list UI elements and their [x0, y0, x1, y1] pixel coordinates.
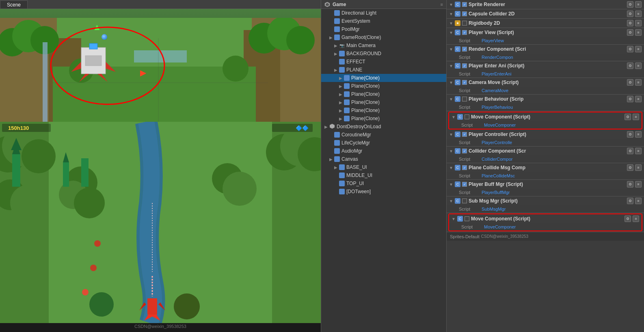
component-settings-btn-4[interactable]: ⚙	[627, 46, 633, 52]
component-name-4: Render Component (Scri	[469, 46, 625, 52]
component-settings-btn-5[interactable]: ⚙	[627, 63, 633, 69]
component-settings-btn-7[interactable]: ⚙	[627, 96, 633, 102]
component-header-0[interactable]: ▼C✓Sprite Renderer⚙≡	[447, 0, 644, 9]
component-header-9[interactable]: ▼C✓Player Controller (Script)⚙≡	[447, 130, 644, 139]
component-checkbox-13[interactable]	[462, 198, 467, 203]
component-header-2[interactable]: ▼★Rigidbody 2D⚙≡	[447, 19, 644, 28]
component-checkbox-8[interactable]	[465, 114, 469, 119]
component-menu-btn-1[interactable]: ≡	[635, 11, 642, 17]
component-settings-btn-11[interactable]: ⚙	[627, 164, 633, 171]
scene-tab[interactable]: Scene	[0, 0, 28, 9]
component-header-3[interactable]: ▼C✓Player View (Script)⚙≡	[447, 28, 644, 37]
hierarchy-item-7[interactable]: ▶PLANE	[321, 66, 446, 74]
component-row-5-0: ScriptPlayerEnterAni	[447, 70, 644, 78]
component-settings-btn-14[interactable]: ⚙	[625, 216, 631, 222]
hierarchy-arrow-9: ▶	[339, 84, 344, 88]
hierarchy-item-16[interactable]: LifeCycleMgr	[321, 139, 446, 147]
component-menu-btn-7[interactable]: ≡	[635, 96, 642, 102]
component-menu-btn-8[interactable]: ≡	[633, 114, 639, 120]
row-label-9-0: Script	[459, 140, 479, 145]
component-header-14[interactable]: ▼CMove Component (Script)⚙≡	[449, 214, 642, 223]
component-collapse-arrow-3: ▼	[449, 30, 453, 35]
hierarchy-item-22[interactable]: [DOTween]	[321, 188, 446, 196]
hierarchy-item-20[interactable]: MIDDLE_UI	[321, 171, 446, 179]
component-header-6[interactable]: ▼C✓Camera Move (Script)⚙≡	[447, 78, 644, 87]
component-checkbox-14[interactable]	[465, 216, 469, 221]
component-menu-btn-0[interactable]: ≡	[635, 1, 642, 8]
component-checkbox-3[interactable]: ✓	[462, 30, 467, 35]
component-menu-btn-12[interactable]: ≡	[635, 181, 642, 188]
component-settings-btn-0[interactable]: ⚙	[627, 1, 633, 8]
component-header-4[interactable]: ▼C✓Render Component (Scri⚙≡	[447, 45, 644, 54]
component-settings-btn-3[interactable]: ⚙	[627, 29, 633, 36]
component-header-8[interactable]: ▼CMove Component (Script)⚙≡	[449, 112, 642, 121]
component-checkbox-0[interactable]: ✓	[462, 2, 467, 7]
component-settings-btn-9[interactable]: ⚙	[627, 131, 633, 138]
hierarchy-item-11[interactable]: ▶Plane(Clone)	[321, 98, 446, 106]
hierarchy-item-4[interactable]: ▶📷Main Camera	[321, 41, 446, 50]
component-checkbox-9[interactable]: ✓	[462, 132, 467, 137]
hierarchy-icon-22	[339, 189, 345, 194]
hierarchy-item-21[interactable]: TOP_UI	[321, 179, 446, 188]
component-menu-btn-10[interactable]: ≡	[635, 148, 642, 154]
component-menu-btn-14[interactable]: ≡	[633, 216, 639, 222]
component-name-6: Camera Move (Script)	[469, 80, 625, 85]
hierarchy-icon-2	[334, 26, 340, 32]
component-checkbox-2[interactable]	[462, 21, 467, 26]
hierarchy-item-3[interactable]: ▶GameRoot(Clone)	[321, 33, 446, 41]
component-header-5[interactable]: ▼C✓Player Enter Ani (Script)⚙≡	[447, 61, 644, 70]
component-header-13[interactable]: ▼CSub Msg Mgr (Script)⚙≡	[447, 196, 644, 205]
component-settings-btn-12[interactable]: ⚙	[627, 181, 633, 188]
component-menu-btn-11[interactable]: ≡	[635, 164, 642, 171]
component-menu-btn-4[interactable]: ≡	[635, 46, 642, 52]
component-settings-btn-2[interactable]: ⚙	[627, 20, 633, 26]
component-checkbox-7[interactable]	[462, 97, 467, 101]
hierarchy-item-14[interactable]: ▶DontDestroyOnLoad	[321, 123, 446, 131]
hierarchy-item-13[interactable]: ▶Plane(Clone)	[321, 114, 446, 123]
component-settings-btn-10[interactable]: ⚙	[627, 148, 633, 154]
hierarchy-item-2[interactable]: PoolMgr	[321, 25, 446, 33]
component-settings-btn-1[interactable]: ⚙	[627, 11, 633, 17]
component-checkbox-12[interactable]: ✓	[462, 182, 467, 187]
component-header-12[interactable]: ▼C✓Player Buff Mgr (Script)⚙≡	[447, 180, 644, 189]
hierarchy-icon-9	[344, 83, 350, 89]
component-header-1[interactable]: ▼C✓Capsule Collider 2D⚙≡	[447, 9, 644, 18]
hierarchy-item-19[interactable]: ▶BASE_UI	[321, 163, 446, 171]
hierarchy-icon-3	[334, 34, 340, 40]
component-checkbox-10[interactable]: ✓	[462, 149, 467, 153]
component-checkbox-4[interactable]: ✓	[462, 47, 467, 52]
component-menu-btn-2[interactable]: ≡	[635, 20, 642, 26]
component-checkbox-11[interactable]: ✓	[462, 165, 467, 170]
hierarchy-item-8[interactable]: ▶Plane(Clone)	[321, 74, 446, 82]
component-settings-btn-6[interactable]: ⚙	[627, 79, 633, 86]
row-value-3-0: PlayerView	[482, 38, 504, 43]
hierarchy-item-9[interactable]: ▶Plane(Clone)	[321, 82, 446, 90]
component-menu-btn-3[interactable]: ≡	[635, 29, 642, 36]
hierarchy-arrow-10: ▶	[339, 92, 344, 97]
hierarchy-item-1[interactable]: EventSystem	[321, 17, 446, 25]
hierarchy-item-17[interactable]: AudioMgr	[321, 147, 446, 155]
hierarchy-item-18[interactable]: ▶Canvas	[321, 155, 446, 163]
component-checkbox-5[interactable]: ✓	[462, 63, 467, 68]
hierarchy-menu-icon[interactable]: ≡	[441, 2, 443, 7]
component-menu-btn-5[interactable]: ≡	[635, 63, 642, 69]
hierarchy-item-12[interactable]: ▶Plane(Clone)	[321, 106, 446, 114]
component-menu-btn-13[interactable]: ≡	[635, 198, 642, 204]
hierarchy-item-0[interactable]: Directional Light	[321, 9, 446, 17]
hierarchy-item-5[interactable]: ▶BACKGROUND	[321, 50, 446, 58]
row-value-7-0: PlayerBehaviou	[482, 105, 513, 110]
component-menu-btn-9[interactable]: ≡	[635, 131, 642, 138]
component-header-10[interactable]: ▼C✓Collider Component (Scr⚙≡	[447, 147, 644, 155]
component-checkbox-1[interactable]: ✓	[462, 11, 467, 16]
component-menu-btn-6[interactable]: ≡	[635, 79, 642, 86]
component-collapse-arrow-4: ▼	[449, 47, 453, 52]
component-header-11[interactable]: ▼C✓Plane Collide Msg Comp⚙≡	[447, 163, 644, 172]
component-settings-btn-8[interactable]: ⚙	[625, 114, 631, 120]
hierarchy-item-10[interactable]: ▶Plane(Clone)	[321, 90, 446, 98]
component-settings-btn-13[interactable]: ⚙	[627, 198, 633, 204]
component-checkbox-6[interactable]: ✓	[462, 80, 467, 85]
hierarchy-item-15[interactable]: CoroutineMgr	[321, 131, 446, 139]
hierarchy-item-6[interactable]: EFFECT	[321, 58, 446, 66]
inspector-component-13: ▼CSub Msg Mgr (Script)⚙≡ScriptSubMsgMgr	[447, 196, 644, 213]
component-header-7[interactable]: ▼CPlayer Behaviour (Scrip⚙≡	[447, 95, 644, 103]
